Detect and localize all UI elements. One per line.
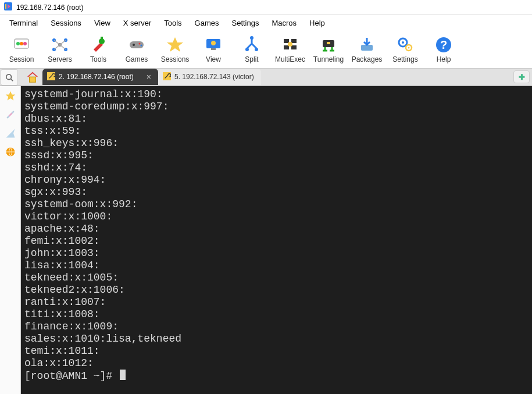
menu-games[interactable]: Games	[189, 16, 225, 30]
sidebar-macros[interactable]	[3, 126, 18, 141]
menu-view[interactable]: View	[88, 16, 116, 30]
tool-help[interactable]: ? Help	[426, 34, 462, 65]
tool-label: Settings	[392, 55, 417, 63]
menu-terminal[interactable]: Terminal	[3, 16, 44, 30]
left-sidebar	[0, 86, 21, 394]
menu-tools[interactable]: Tools	[158, 16, 187, 30]
svg-point-4	[23, 42, 27, 45]
tool-games[interactable]: Games	[119, 34, 155, 65]
sidebar-sftp[interactable]	[3, 144, 18, 159]
settings-icon	[396, 36, 415, 54]
svg-rect-22	[284, 39, 289, 43]
menu-help[interactable]: Help	[304, 16, 331, 30]
tools-icon	[89, 36, 108, 54]
tool-label: Games	[126, 55, 148, 63]
tool-sessions[interactable]: Sessions	[157, 34, 193, 65]
packages-icon	[358, 36, 376, 54]
tabstrip: 2. 192.168.72.146 (root) × 5. 192.168.72…	[0, 69, 532, 86]
svg-point-2	[16, 42, 20, 45]
menubar: Terminal Sessions View X server Tools Ga…	[0, 15, 532, 31]
tool-label: Sessions	[161, 55, 190, 63]
quick-search-button[interactable]	[1, 69, 18, 86]
tab-label: 2. 192.168.72.146 (root)	[59, 73, 134, 81]
wrench-icon	[163, 72, 171, 82]
svg-point-36	[6, 74, 12, 79]
tool-label: Help	[437, 55, 451, 63]
servers-icon	[51, 36, 69, 54]
tab-active[interactable]: 2. 192.168.72.146 (root) ×	[42, 69, 158, 85]
menu-settings[interactable]: Settings	[226, 16, 265, 30]
sidebar-tools[interactable]	[3, 107, 18, 122]
view-icon	[204, 36, 223, 54]
tool-view[interactable]: View	[195, 34, 231, 65]
svg-point-3	[20, 42, 23, 45]
tool-tunneling[interactable]: Tunneling	[310, 34, 347, 65]
tool-label: Tunneling	[313, 55, 344, 63]
svg-rect-28	[327, 42, 330, 44]
svg-point-17	[211, 41, 216, 45]
toolbar: Session Servers Tools Games Sessions Vie…	[0, 31, 532, 69]
tool-label: MultiExec	[275, 55, 305, 63]
window-title: 192.168.72.146 (root)	[16, 3, 83, 12]
svg-point-21	[255, 48, 258, 51]
tool-packages[interactable]: Packages	[349, 34, 385, 65]
svg-rect-23	[291, 39, 297, 43]
svg-point-19	[250, 36, 253, 40]
svg-point-15	[141, 45, 142, 47]
tool-label: Session	[9, 55, 34, 63]
sidebar-favorites[interactable]	[3, 88, 18, 104]
workarea: systemd-journal:x:190: systemd-coredump:…	[0, 86, 532, 394]
home-tab[interactable]	[23, 69, 42, 86]
add-tab-button[interactable]: ✚	[513, 70, 530, 83]
tool-label: Tools	[90, 55, 106, 63]
menu-macros[interactable]: Macros	[266, 16, 302, 30]
titlebar: 192.168.72.146 (root)	[0, 0, 532, 15]
wrench-icon	[47, 72, 55, 82]
svg-rect-11	[101, 37, 103, 41]
tool-split[interactable]: Split	[234, 34, 270, 65]
tunneling-icon	[319, 36, 338, 54]
tool-tools[interactable]: Tools	[80, 34, 116, 65]
svg-point-31	[402, 41, 404, 44]
tool-multiexec[interactable]: MultiExec	[272, 34, 308, 65]
tool-settings[interactable]: Settings	[387, 34, 423, 65]
split-icon	[242, 36, 261, 54]
sessions-icon	[166, 36, 184, 54]
app-icon	[3, 2, 13, 13]
tabstrip-left	[0, 69, 42, 86]
tool-label: Servers	[48, 55, 72, 63]
svg-rect-25	[291, 45, 297, 49]
tab-inactive[interactable]: 5. 192.168.72.143 (victor)	[158, 69, 261, 85]
tool-label: Split	[245, 55, 258, 63]
svg-rect-18	[211, 48, 216, 50]
tool-label: Packages	[352, 55, 383, 63]
svg-point-13	[133, 44, 135, 46]
session-icon	[12, 36, 31, 54]
svg-point-20	[245, 48, 249, 51]
svg-point-33	[408, 47, 410, 49]
help-icon: ?	[434, 36, 453, 54]
tool-label: View	[206, 55, 221, 63]
tool-session[interactable]: Session	[3, 34, 40, 65]
tab-label: 5. 192.168.72.143 (victor)	[174, 73, 254, 81]
menu-sessions[interactable]: Sessions	[45, 16, 87, 30]
svg-rect-37	[30, 77, 36, 82]
cursor-block	[120, 370, 126, 380]
svg-rect-24	[284, 45, 289, 49]
menu-xserver[interactable]: X server	[117, 16, 157, 30]
multiexec-icon	[281, 36, 299, 54]
svg-point-14	[139, 43, 141, 45]
svg-point-26	[288, 42, 292, 47]
tool-servers[interactable]: Servers	[42, 34, 78, 65]
svg-text:?: ?	[440, 38, 447, 51]
terminal-pane[interactable]: systemd-journal:x:190: systemd-coredump:…	[21, 86, 532, 394]
close-icon[interactable]: ×	[147, 72, 151, 81]
games-icon	[127, 36, 146, 54]
